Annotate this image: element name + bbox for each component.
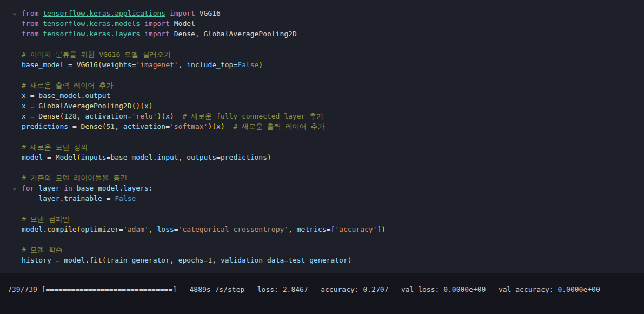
code-line[interactable]: from tensorflow.keras.models import Mode…: [0, 18, 644, 29]
code-line[interactable]: from tensorflow.keras.layers import Dens…: [0, 29, 644, 39]
code-line[interactable]: x = GlobalAveragePooling2D()(x): [0, 101, 644, 111]
code-token-text: =: [284, 256, 288, 264]
code-line[interactable]: [0, 234, 644, 245]
code-token-text: =: [165, 122, 170, 130]
code-token-paren1: (: [77, 225, 81, 233]
code-token-paren1: ): [348, 256, 352, 264]
code-line[interactable]: [0, 204, 644, 214]
code-token-keyword: import: [144, 19, 170, 28]
code-line[interactable]: [0, 70, 644, 80]
code-token-keyword: from: [22, 9, 43, 17]
code-token-variable: trainable: [64, 194, 102, 202]
code-token-string: 'adam': [123, 225, 149, 233]
code-area[interactable]: ⌄from tensorflow.keras.applications impo…: [0, 8, 644, 265]
code-token-text: ,: [115, 122, 123, 130]
fold-chevron-icon[interactable]: ⌄: [12, 182, 17, 192]
code-line[interactable]: # 새로운 모델 정의: [0, 142, 644, 152]
code-token-text: ,: [288, 225, 297, 233]
code-token-variable: base_model: [38, 91, 81, 100]
code-token-comment: # 새로운 출력 레이어 추가: [22, 81, 113, 89]
code-token-paren1: (: [77, 153, 81, 161]
code-token-text: ,: [77, 112, 85, 120]
code-token-text: :: [149, 184, 153, 192]
code-token-variable: x: [216, 122, 221, 130]
code-token-text: =: [119, 225, 123, 233]
code-token-variable: base_model: [110, 153, 152, 161]
code-token-comment: # 모델 학습: [22, 246, 62, 254]
code-line[interactable]: x = base_model.output: [0, 90, 644, 101]
code-token-text: [225, 122, 234, 130]
code-token-constant: False: [115, 194, 136, 202]
code-token-variable: layer: [38, 194, 59, 202]
code-token-module: tensorflow.keras.applications: [43, 9, 165, 17]
code-token-text: =: [26, 91, 38, 100]
code-token-text: [140, 30, 144, 38]
code-token-text: ,: [170, 256, 178, 264]
code-token-function: Dense: [38, 112, 59, 120]
code-token-paren1: ): [267, 153, 271, 161]
code-token-keyword: import: [170, 9, 195, 17]
code-token-variable: history: [22, 256, 51, 264]
code-line[interactable]: predictions = Dense(51, activation='soft…: [0, 121, 644, 132]
code-token-text: =: [174, 225, 178, 233]
code-token-function: compile: [47, 225, 77, 233]
code-token-string: 'softmax': [170, 122, 208, 130]
code-token-text: =: [43, 153, 55, 161]
code-token-paren1: ): [381, 225, 386, 233]
code-token-comment: # 새로운 출력 레이어 추가: [233, 122, 324, 130]
code-token-text: [174, 112, 183, 120]
code-token-text: =: [26, 112, 38, 120]
code-token-variable: model: [22, 153, 43, 161]
code-token-text: =: [51, 256, 64, 264]
code-line[interactable]: # 새로운 출력 레이어 추가: [0, 80, 644, 90]
code-token-variable: output: [85, 91, 110, 100]
code-token-variable: base_model: [77, 184, 119, 192]
code-token-keyword: import: [144, 30, 170, 38]
code-line[interactable]: model.compile(optimizer='adam', loss='ca…: [0, 224, 644, 234]
code-token-keyword: from: [22, 30, 43, 38]
code-line[interactable]: # 모델 컴파일: [0, 214, 644, 224]
code-token-variable: train_generator: [107, 256, 170, 264]
code-line[interactable]: # 모델 학습: [0, 245, 644, 255]
code-token-variable: model: [64, 256, 85, 264]
code-line[interactable]: model = Model(inputs=base_model.input, o…: [0, 152, 644, 162]
code-token-variable: model: [22, 225, 43, 233]
notebook-cell[interactable]: ⌄from tensorflow.keras.applications impo…: [0, 0, 644, 273]
code-line[interactable]: history = model.fit(train_generator, epo…: [0, 255, 644, 265]
code-line[interactable]: # 기존의 모델 레이어들을 동결: [0, 173, 644, 183]
code-token-function: VGG16: [77, 61, 98, 69]
code-line[interactable]: x = Dense(128, activation='relu')(x) # 새…: [0, 111, 644, 121]
code-token-text: ,: [212, 256, 221, 264]
code-line[interactable]: # 이미지 분류를 위한 VGG16 모델 불러오기: [0, 49, 644, 60]
code-line[interactable]: ⌄for layer in base_model.layers:: [0, 183, 644, 193]
code-line[interactable]: layer.trainable = False: [0, 193, 644, 204]
code-line[interactable]: base_model = VGG16(weights='imagenet', i…: [0, 60, 644, 70]
code-token-variable: validation_data: [221, 256, 284, 264]
execution-output: 739/739 [==============================]…: [8, 284, 644, 295]
fold-chevron-icon[interactable]: ⌄: [12, 7, 17, 17]
code-token-keyword: in: [64, 184, 72, 192]
code-token-text: ,: [178, 61, 187, 69]
code-token-text: ,: [149, 225, 157, 233]
code-line[interactable]: [0, 132, 644, 142]
code-token-constant: False: [237, 61, 258, 69]
code-token-variable: loss: [157, 225, 174, 233]
code-token-variable: metrics: [297, 225, 327, 233]
code-token-variable: input: [157, 153, 178, 161]
code-token-text: Model: [170, 19, 195, 28]
code-token-paren1: ): [258, 61, 263, 69]
code-token-text: =: [26, 102, 38, 110]
code-line[interactable]: ⌄from tensorflow.keras.applications impo…: [0, 8, 644, 18]
code-token-variable: optimizer: [81, 225, 119, 233]
code-token-variable: base_model: [22, 61, 64, 69]
code-token-comment: # 기존의 모델 레이어들을 동결: [22, 174, 127, 182]
code-token-variable: inputs: [81, 153, 107, 161]
code-token-variable: activation: [123, 122, 165, 130]
code-token-variable: x: [22, 102, 26, 110]
code-line[interactable]: [0, 39, 644, 49]
code-token-string: 'categorical_crossentropy': [178, 225, 289, 233]
code-token-text: =: [68, 122, 81, 130]
code-token-function: fit: [89, 256, 102, 264]
code-editor: ⌄from tensorflow.keras.applications impo…: [0, 0, 644, 314]
code-line[interactable]: [0, 162, 644, 173]
